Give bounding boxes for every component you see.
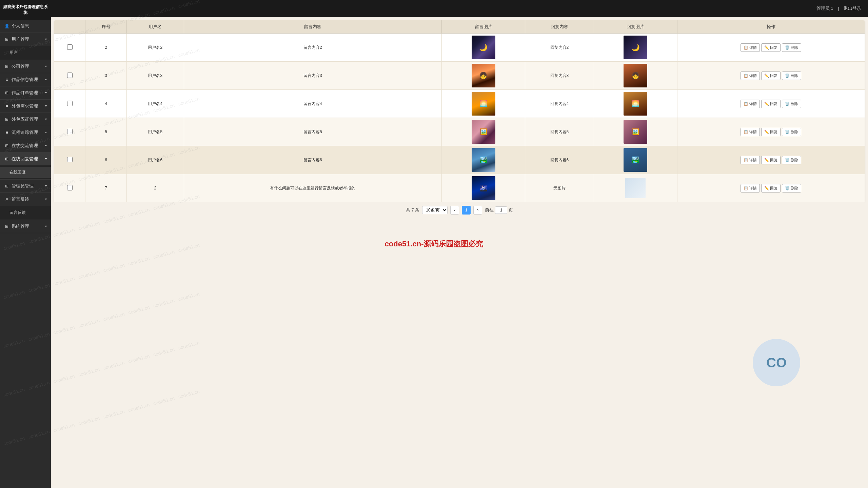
sidebar-sub-item-feedback[interactable]: 留言反馈 [0, 207, 51, 218]
online-exchange-arrow: ▾ [45, 144, 47, 147]
row-6-delete-button[interactable]: 🗑️ 删除 [782, 156, 801, 164]
row-7-checkbox[interactable] [67, 185, 73, 190]
sys-mgmt-arrow: ▾ [45, 224, 47, 228]
row-7-detail-button[interactable]: 📋 详情 [741, 184, 760, 192]
row-4-reply-label: 回复 [770, 101, 777, 106]
row-6-reply-img [594, 146, 677, 174]
row-4-detail-button[interactable]: 📋 详情 [741, 100, 760, 108]
page-1-button[interactable]: 1 [462, 206, 471, 215]
row-5-delete-button[interactable]: 🗑️ 删除 [782, 128, 801, 136]
sidebar-item-flow-mgmt[interactable]: ■ 流程追踪管理 ▾ [0, 126, 51, 139]
row-7-btn-group: 📋 详情 ✏️ 回复 🗑️ 删除 [680, 184, 862, 192]
prev-page-button[interactable]: ‹ [450, 206, 459, 215]
table-header-row: 序号 用户名 留言内容 留言图片 回复内容 回复图片 操作 [54, 20, 865, 34]
sidebar-item-sys-mgmt[interactable]: ⊞ 系统管理 ▾ [0, 220, 51, 233]
col-message: 留言内容 [184, 20, 442, 34]
sidebar-sub-item-online-reply[interactable]: 在线回复 [0, 167, 51, 178]
col-actions: 操作 [677, 20, 865, 34]
sidebar-item-admin-mgmt[interactable]: ⊞ 管理员管理 ▾ [0, 180, 51, 192]
online-reply-icon: ⊞ [4, 157, 9, 161]
sidebar-label-admin-mgmt: 管理员管理 [12, 183, 34, 189]
row-2-btn-group: 📋 详情 ✏️ 回复 🗑️ 删除 [680, 43, 862, 52]
sidebar-item-feedback[interactable]: ≡ 留言反馈 ▾ [0, 193, 51, 206]
row-5-detail-button[interactable]: 📋 详情 [741, 128, 760, 136]
sidebar-item-outsource-app[interactable]: ⊞ 外包应征管理 ▾ [0, 113, 51, 126]
main-wrapper: 管理员 1 | 退出登录 序号 用户名 留言内容 留言图片 回复内容 回复图片 … [51, 0, 868, 488]
row-4-checkbox[interactable] [67, 101, 73, 106]
row-2-reply-img [594, 34, 677, 62]
row-3-checkbox[interactable] [67, 73, 73, 78]
row-5-checkbox[interactable] [67, 129, 73, 134]
sidebar-item-company-mgmt[interactable]: ⊞ 公司管理 ▾ [0, 60, 51, 73]
sidebar-sub-item-user[interactable]: 用户 [0, 47, 51, 58]
row-2-delete-button[interactable]: 🗑️ 删除 [782, 43, 801, 52]
row-2-actions: 📋 详情 ✏️ 回复 🗑️ 删除 [677, 34, 865, 62]
outsource-req-arrow: ▾ [45, 104, 47, 108]
row-7-reply-button[interactable]: ✏️ 回复 [761, 184, 781, 192]
feedback-arrow: ▾ [45, 197, 47, 201]
row-2-detail-button[interactable]: 📋 详情 [741, 43, 760, 52]
flow-mgmt-arrow: ▾ [45, 130, 47, 134]
row-5-message: 留言内容5 [184, 118, 442, 146]
row-4-reply-button[interactable]: ✏️ 回复 [761, 100, 781, 108]
row-4-message: 留言内容4 [184, 90, 442, 118]
sidebar-label-user-mgmt: 用户管理 [12, 36, 29, 42]
row-7-reply: 无图片 [525, 174, 594, 202]
topbar-user: 管理员 1 | 退出登录 [816, 5, 861, 12]
next-page-button[interactable]: › [473, 206, 482, 215]
logout-button[interactable]: 退出登录 [844, 5, 861, 12]
row-4-detail-label: 详情 [749, 101, 757, 106]
row-7-delete-button[interactable]: 🗑️ 删除 [782, 184, 801, 192]
sidebar-item-outsource-req[interactable]: ■ 外包需求管理 ▾ [0, 100, 51, 113]
reply-icon: ✏️ [764, 102, 769, 106]
row-6-checkbox[interactable] [67, 157, 73, 162]
personal-icon: 👤 [4, 24, 9, 28]
sidebar-item-user-mgmt[interactable]: ⊞ 用户管理 ▾ [0, 33, 51, 46]
sidebar-item-online-exchange[interactable]: ⊞ 在线交流管理 ▾ [0, 139, 51, 152]
sidebar-label-outsource-req: 外包需求管理 [12, 103, 38, 109]
row-6-reply-button[interactable]: ✏️ 回复 [761, 156, 781, 164]
online-exchange-icon: ⊞ [4, 143, 9, 148]
sidebar-item-online-reply[interactable]: ⊞ 在线回复管理 ▾ [0, 152, 51, 165]
content-area: 序号 用户名 留言内容 留言图片 回复内容 回复图片 操作 [51, 17, 868, 488]
reply-icon: ✏️ [764, 186, 769, 190]
row-2-reply-label: 回复 [770, 45, 777, 50]
row-5-btn-group: 📋 详情 ✏️ 回复 🗑️ 删除 [680, 128, 862, 136]
row-3-detail-button[interactable]: 📋 详情 [741, 72, 760, 80]
row-7-msg-img [442, 174, 525, 202]
row-4-delete-label: 删除 [791, 101, 798, 106]
sidebar-item-personal[interactable]: 👤 个人信息 [0, 20, 51, 33]
row-2-reply-button[interactable]: ✏️ 回复 [761, 43, 781, 52]
row-5-actions: 📋 详情 ✏️ 回复 🗑️ 删除 [677, 118, 865, 146]
row-6-detail-button[interactable]: 📋 详情 [741, 156, 760, 164]
row-checkbox-cell [54, 34, 85, 62]
sidebar-section-feedback: ≡ 留言反馈 ▾ 留言反馈 [0, 193, 51, 220]
sidebar-item-works-mgmt[interactable]: ≡ 作品信息管理 ▾ [0, 73, 51, 86]
goto-input[interactable] [495, 206, 507, 214]
sidebar-section-admin: ⊞ 管理员管理 ▾ [0, 180, 51, 193]
row-3-reply: 回复内容3 [525, 62, 594, 90]
row-5-reply-button[interactable]: ✏️ 回复 [761, 128, 781, 136]
sidebar-section-works: ≡ 作品信息管理 ▾ [0, 73, 51, 86]
row-4-delete-button[interactable]: 🗑️ 删除 [782, 100, 801, 108]
row-3-reply-button[interactable]: ✏️ 回复 [761, 72, 781, 80]
row-checkbox-cell [54, 62, 85, 90]
order-mgmt-icon: ⊞ [4, 90, 9, 95]
row-2-checkbox[interactable] [67, 44, 73, 50]
row-2-id: 2 [85, 34, 127, 62]
sidebar-label-works-mgmt: 作品信息管理 [12, 77, 38, 83]
row-2-username: 用户名2 [126, 34, 184, 62]
row-3-delete-button[interactable]: 🗑️ 删除 [782, 72, 801, 80]
sidebar-item-order-mgmt[interactable]: ⊞ 作品订单管理 ▾ [0, 86, 51, 99]
row-5-delete-label: 删除 [791, 129, 798, 135]
outsource-app-icon: ⊞ [4, 117, 9, 122]
topbar: 管理员 1 | 退出登录 [51, 0, 868, 17]
works-mgmt-icon: ≡ [4, 77, 9, 82]
row-checkbox-cell [54, 90, 85, 118]
page-size-select[interactable]: 10条/页 20条/页 50条/页 [422, 206, 448, 214]
admin-mgmt-icon: ⊞ [4, 184, 9, 188]
detail-icon: 📋 [744, 130, 748, 134]
sidebar-section-sys: ⊞ 系统管理 ▾ [0, 220, 51, 233]
table-row: 6 用户名6 留言内容6 回复内容6 [54, 146, 865, 174]
reply-icon: ✏️ [764, 130, 769, 134]
